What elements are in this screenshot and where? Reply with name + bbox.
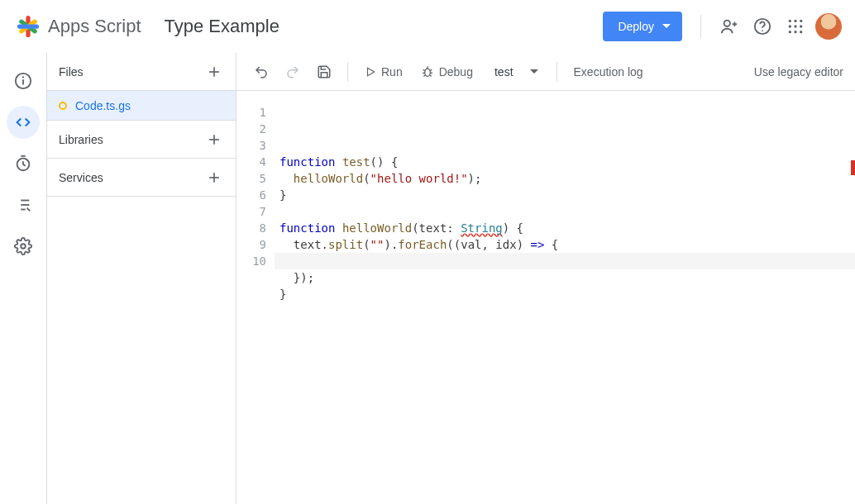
svg-point-8: [789, 25, 791, 27]
header-separator: [700, 15, 701, 38]
add-library-button[interactable]: [204, 130, 224, 150]
files-section-header: Files: [47, 53, 236, 91]
nav-executions[interactable]: [7, 188, 40, 221]
error-marker[interactable]: [851, 160, 855, 175]
unsaved-indicator-icon: [59, 102, 67, 110]
code-editor[interactable]: 12345678910 function test() { helloWorld…: [236, 91, 855, 504]
run-button[interactable]: Run: [358, 59, 409, 85]
function-select[interactable]: test: [485, 59, 547, 85]
share-button[interactable]: [713, 10, 746, 43]
svg-point-9: [794, 25, 796, 27]
files-header-label: Files: [59, 65, 84, 78]
svg-line-37: [429, 75, 431, 76]
function-select-value: test: [494, 65, 513, 78]
help-button[interactable]: [746, 10, 779, 43]
redo-button[interactable]: [279, 59, 306, 85]
execution-log-label: Execution log: [574, 65, 643, 78]
file-item[interactable]: Code.ts.gs: [47, 91, 236, 121]
svg-point-10: [800, 25, 802, 27]
debug-button[interactable]: Debug: [414, 59, 480, 85]
editor-column: Run Debug test Execution log Use legacy …: [236, 53, 855, 504]
file-sidebar: Files Code.ts.gs Libraries Services: [46, 53, 236, 504]
svg-point-0: [724, 20, 730, 26]
toolbar-separator: [347, 62, 348, 82]
svg-point-12: [794, 31, 796, 33]
svg-marker-29: [368, 68, 375, 75]
svg-point-11: [789, 31, 791, 33]
apps-script-logo-icon: [17, 15, 40, 38]
svg-point-5: [789, 19, 791, 21]
toolbar-separator: [556, 62, 557, 82]
file-item-label: Code.ts.gs: [75, 99, 131, 112]
svg-line-33: [430, 69, 432, 70]
svg-point-13: [800, 31, 802, 33]
product-name: Apps Script: [48, 16, 141, 37]
code-area[interactable]: function test() { helloWorld("hello worl…: [275, 91, 855, 504]
apps-launcher-button[interactable]: [779, 10, 812, 43]
nav-editor[interactable]: [7, 106, 40, 139]
nav-settings[interactable]: [7, 230, 40, 263]
libraries-section-header: Libraries: [47, 121, 236, 159]
libraries-header-label: Libraries: [59, 133, 103, 146]
nav-overview[interactable]: [7, 64, 40, 97]
services-section-header: Services: [47, 159, 236, 197]
services-header-label: Services: [59, 171, 103, 184]
account-avatar[interactable]: [815, 13, 842, 40]
deploy-button-label: Deploy: [618, 20, 654, 33]
svg-point-6: [794, 19, 796, 21]
project-title[interactable]: Type Example: [165, 16, 279, 37]
save-button[interactable]: [311, 59, 337, 85]
nav-triggers[interactable]: [7, 147, 40, 180]
svg-line-32: [423, 69, 424, 70]
line-number-gutter: 12345678910: [236, 91, 275, 504]
svg-point-22: [21, 244, 26, 249]
undo-button[interactable]: [248, 59, 275, 85]
editor-toolbar: Run Debug test Execution log Use legacy …: [236, 53, 855, 91]
svg-point-30: [424, 69, 430, 76]
run-button-label: Run: [381, 65, 403, 78]
deploy-button[interactable]: Deploy: [603, 12, 682, 41]
debug-button-label: Debug: [439, 65, 473, 78]
execution-log-button[interactable]: Execution log: [567, 59, 650, 85]
app-header: Apps Script Type Example Deploy: [0, 0, 855, 53]
svg-point-4: [762, 30, 763, 31]
svg-line-36: [423, 75, 425, 76]
add-file-button[interactable]: [204, 62, 224, 82]
svg-point-16: [22, 76, 24, 78]
add-service-button[interactable]: [204, 168, 224, 188]
use-legacy-editor-link[interactable]: Use legacy editor: [754, 65, 843, 78]
caret-down-icon: [662, 24, 671, 28]
logo-cluster: Apps Script: [17, 15, 141, 38]
chevron-down-icon: [530, 69, 538, 74]
current-line-highlight: [275, 253, 855, 269]
svg-point-7: [800, 19, 802, 21]
left-nav-rail: [0, 53, 46, 504]
